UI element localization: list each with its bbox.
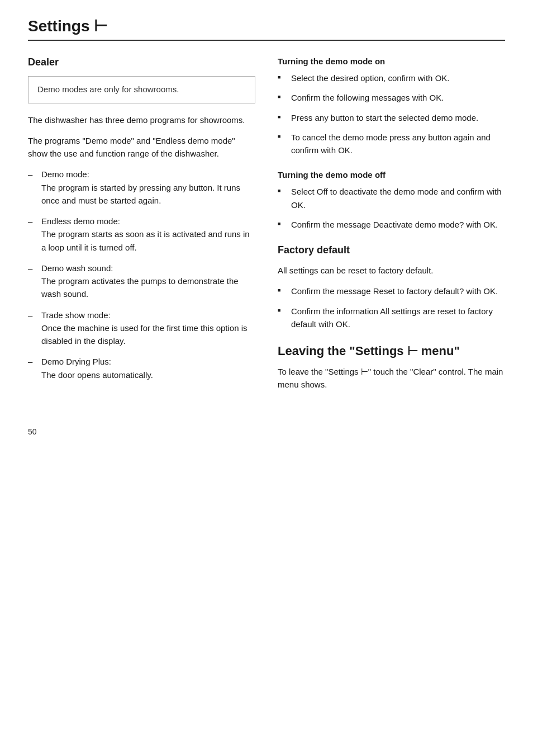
item-content: Demo Drying Plus: The door opens automat…: [41, 355, 255, 381]
bullet-text: Confirm the message Reset to factory def…: [291, 285, 498, 297]
dealer-heading: Dealer: [28, 56, 255, 68]
list-item: – Endless demo mode: The program starts …: [28, 215, 255, 254]
list-item: – Demo Drying Plus: The door opens autom…: [28, 355, 255, 381]
item-desc: The program activates the pumps to demon…: [41, 276, 239, 299]
item-title: Endless demo mode:: [41, 216, 120, 226]
bullet-text: Select the desired option, confirm with …: [291, 72, 449, 84]
factory-default-section: Factory default All settings can be rese…: [278, 244, 505, 330]
settings-flag-icon: ⊢: [94, 17, 107, 35]
turning-on-heading: Turning the demo mode on: [278, 56, 505, 66]
bullet-item: Select the desired option, confirm with …: [278, 72, 505, 84]
right-column: Turning the demo mode on Select the desi…: [278, 56, 505, 405]
dash-icon: –: [28, 355, 41, 381]
item-title: Demo mode:: [41, 169, 89, 179]
page-title: Settings ⊢: [28, 17, 505, 35]
list-item: – Demo mode: The program is started by p…: [28, 168, 255, 207]
item-desc: The program starts as soon as it is acti…: [41, 229, 250, 252]
bullet-item: Confirm the information All settings are…: [278, 305, 505, 331]
bullet-text: Select Off to deactivate the demo mode a…: [291, 185, 505, 211]
turning-off-list: Select Off to deactivate the demo mode a…: [278, 185, 505, 231]
bullet-text: Confirm the following messages with OK.: [291, 91, 444, 104]
bullet-text: Press any button to start the selected d…: [291, 111, 478, 124]
bullet-text: To cancel the demo mode press any button…: [291, 131, 505, 157]
turning-off-heading: Turning the demo mode off: [278, 170, 505, 179]
left-column: Dealer Demo modes are only for showrooms…: [28, 56, 255, 405]
item-content: Endless demo mode: The program starts as…: [41, 215, 255, 254]
factory-default-heading: Factory default: [278, 244, 505, 256]
factory-default-intro: All settings can be reset to factory def…: [278, 264, 505, 277]
item-content: Trade show mode: Once the machine is use…: [41, 309, 255, 348]
item-content: Demo wash sound: The program activates t…: [41, 262, 255, 301]
content-wrapper: Dealer Demo modes are only for showrooms…: [28, 56, 505, 405]
intro-text-1: The dishwasher has three demo programs f…: [28, 114, 255, 126]
page-header: Settings ⊢: [28, 17, 505, 41]
item-content: Demo mode: The program is started by pre…: [41, 168, 255, 207]
turning-on-section: Turning the demo mode on Select the desi…: [278, 56, 505, 157]
turning-off-section: Turning the demo mode off Select Off to …: [278, 170, 505, 231]
info-box-text: Demo modes are only for showrooms.: [37, 84, 179, 94]
bullet-text: Confirm the message Deactivate demo mode…: [291, 218, 498, 231]
dash-icon: –: [28, 215, 41, 254]
bullet-item: Confirm the message Deactivate demo mode…: [278, 218, 505, 231]
intro-text-2: The programs "Demo mode" and "Endless de…: [28, 134, 255, 160]
dash-icon: –: [28, 168, 41, 207]
dash-icon: –: [28, 309, 41, 348]
turning-on-list: Select the desired option, confirm with …: [278, 72, 505, 157]
bullet-item: Press any button to start the selected d…: [278, 111, 505, 124]
factory-default-list: Confirm the message Reset to factory def…: [278, 285, 505, 330]
bullet-item: Confirm the message Reset to factory def…: [278, 285, 505, 297]
title-text: Settings: [28, 17, 89, 35]
bullet-item: Select Off to deactivate the demo mode a…: [278, 185, 505, 211]
item-desc: The door opens automatically.: [41, 370, 153, 380]
demo-modes-list: – Demo mode: The program is started by p…: [28, 168, 255, 381]
item-title: Demo wash sound:: [41, 263, 113, 273]
item-title: Demo Drying Plus:: [41, 357, 111, 366]
list-item: – Demo wash sound: The program activates…: [28, 262, 255, 301]
item-desc: Once the machine is used for the first t…: [41, 323, 248, 346]
item-desc: The program is started by pressing any b…: [41, 183, 240, 205]
leaving-settings-heading: Leaving the "Settings ⊢ menu": [278, 344, 505, 358]
info-box: Demo modes are only for showrooms.: [28, 76, 255, 103]
leaving-settings-section: Leaving the "Settings ⊢ menu" To leave t…: [278, 344, 505, 391]
dash-icon: –: [28, 262, 41, 301]
item-title: Trade show mode:: [41, 310, 111, 320]
page-number: 50: [28, 427, 505, 436]
list-item: – Trade show mode: Once the machine is u…: [28, 309, 255, 348]
leaving-settings-text: To leave the "Settings ⊢" touch the "Cle…: [278, 365, 505, 391]
bullet-item: Confirm the following messages with OK.: [278, 91, 505, 104]
bullet-text: Confirm the information All settings are…: [291, 305, 505, 331]
bullet-item: To cancel the demo mode press any button…: [278, 131, 505, 157]
